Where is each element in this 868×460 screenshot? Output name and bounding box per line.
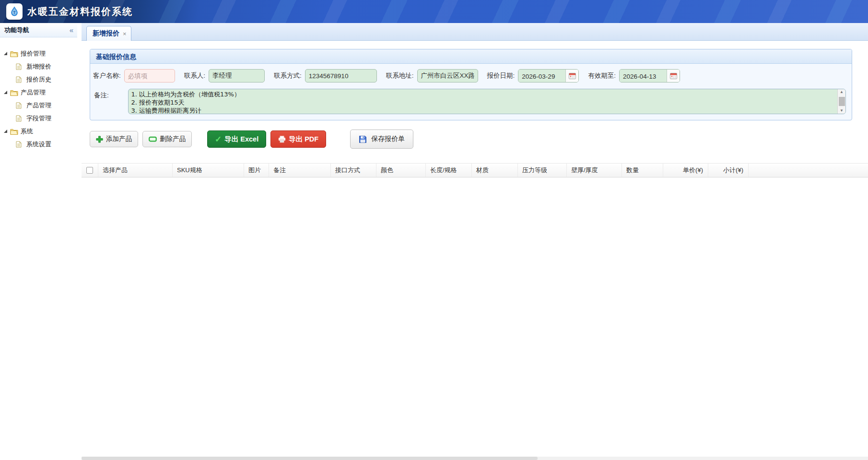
remarks-scrollbar[interactable]: ▲ ▼ xyxy=(837,89,845,114)
app-window: T 水暖五金材料报价系统 功能导航 « 报价管理 新增报价 xyxy=(0,0,868,460)
sidebar-item-label: 字段管理 xyxy=(26,114,51,123)
column-header-color[interactable]: 颜色 xyxy=(376,164,426,177)
save-icon xyxy=(359,135,367,143)
folder-icon xyxy=(10,128,19,135)
product-datagrid: 选择产品 SKU规格 图片 备注 接口方式 颜色 长度/规格 材质 压力等级 壁… xyxy=(82,163,868,427)
export-pdf-button[interactable]: 导出 PDF xyxy=(270,130,326,148)
folder-icon xyxy=(10,89,19,96)
contact-address-label: 联系地址: xyxy=(386,71,414,80)
check-icon: ✓ xyxy=(215,135,222,143)
column-header-remark[interactable]: 备注 xyxy=(269,164,331,177)
document-icon xyxy=(16,141,24,148)
quote-date-label: 报价日期: xyxy=(487,71,515,80)
sidebar-header: 功能导航 « xyxy=(0,23,77,37)
tab-bar: 新增报价 × xyxy=(82,23,868,41)
remarks-label: 备注: xyxy=(93,91,125,100)
column-header-pressure[interactable]: 压力等级 xyxy=(518,164,567,177)
sidebar-item-label: 系统 xyxy=(21,127,33,136)
panel-body: 客户名称: 联系人: 联系方式: xyxy=(90,64,852,120)
select-all-cell xyxy=(82,164,98,177)
valid-until-input[interactable] xyxy=(620,70,667,83)
delete-product-button[interactable]: 删除产品 xyxy=(142,131,192,147)
export-excel-button[interactable]: ✓ 导出 Excel xyxy=(207,130,266,148)
quote-date-calendar-button[interactable] xyxy=(565,70,578,82)
sidebar-item-product-admin[interactable]: 产品管理 xyxy=(0,99,77,112)
tab-close-icon[interactable]: × xyxy=(123,30,127,37)
sidebar-item-label: 产品管理 xyxy=(26,101,51,110)
document-icon xyxy=(16,76,24,83)
basic-quote-info-panel: 基础报价信息 客户名称: 联系人: xyxy=(90,49,852,120)
sidebar-item-label: 产品管理 xyxy=(21,88,46,97)
page-title: 水暖五金材料报价系统 xyxy=(27,5,133,18)
column-header-sku[interactable]: SKU规格 xyxy=(173,164,244,177)
horizontal-scrollbar-thumb[interactable] xyxy=(82,457,538,460)
column-header-length-spec[interactable]: 长度/规格 xyxy=(426,164,472,177)
sidebar-item-label: 报价历史 xyxy=(26,75,51,84)
scroll-up-icon[interactable]: ▲ xyxy=(840,90,844,94)
remarks-text[interactable]: 1. 以上价格均为含税价（增值税13%） 2. 报价有效期15天 3. 运输费用… xyxy=(129,89,837,114)
quote-date-input[interactable] xyxy=(518,70,565,83)
remarks-row: 备注: 1. 以上价格均为含税价（增值税13%） 2. 报价有效期15天 3. … xyxy=(93,89,846,114)
tab-new-quote[interactable]: 新增报价 × xyxy=(86,26,131,41)
nav-tree: 报价管理 新增报价 报价历史 产品管理 产品管理 xyxy=(0,37,77,151)
tree-expand-icon[interactable] xyxy=(4,91,9,94)
minus-icon xyxy=(149,136,157,142)
app-header: T 水暖五金材料报价系统 xyxy=(0,0,868,23)
folder-icon xyxy=(10,50,19,57)
tree-expand-icon[interactable] xyxy=(4,52,9,56)
sidebar-item-label: 新增报价 xyxy=(26,62,51,71)
content-area: 基础报价信息 客户名称: 联系人: xyxy=(82,41,868,460)
sidebar-item-label: 系统设置 xyxy=(26,140,51,149)
contact-person-input[interactable] xyxy=(209,69,265,83)
scrollbar-thumb[interactable] xyxy=(839,97,845,106)
column-header-quantity[interactable]: 数量 xyxy=(622,164,663,177)
app-logo: T xyxy=(6,3,23,20)
tab-label: 新增报价 xyxy=(93,29,119,38)
quote-date-picker xyxy=(518,69,579,83)
valid-until-calendar-button[interactable] xyxy=(667,70,680,82)
scroll-down-icon[interactable]: ▼ xyxy=(840,108,844,113)
column-header-material[interactable]: 材质 xyxy=(472,164,518,177)
column-header-subtotal[interactable]: 小计(¥) xyxy=(708,164,749,177)
valid-until-label: 有效期至: xyxy=(588,71,616,80)
column-header-interface[interactable]: 接口方式 xyxy=(331,164,376,177)
quote-fields-row: 客户名称: 联系人: 联系方式: xyxy=(93,69,846,83)
select-all-checkbox[interactable] xyxy=(86,167,93,174)
customer-name-input[interactable] xyxy=(124,69,175,83)
horizontal-scrollbar[interactable] xyxy=(82,457,868,460)
sidebar-item-quote-management[interactable]: 报价管理 xyxy=(0,47,77,60)
tree-expand-icon[interactable] xyxy=(4,130,9,133)
document-icon xyxy=(16,63,24,70)
sidebar-item-product-management[interactable]: 产品管理 xyxy=(0,86,77,99)
water-drop-logo-icon: T xyxy=(9,6,20,17)
save-quote-button[interactable]: 保存报价单 xyxy=(350,130,413,149)
main-area: 新增报价 × 基础报价信息 客户名称: 联系人: xyxy=(77,23,868,460)
sidebar-item-label: 报价管理 xyxy=(21,49,46,58)
svg-text:T: T xyxy=(13,10,16,15)
contact-address-input[interactable] xyxy=(417,69,478,83)
sidebar-item-quote-history[interactable]: 报价历史 xyxy=(0,73,77,86)
remarks-textarea[interactable]: 1. 以上价格均为含税价（增值税13%） 2. 报价有效期15天 3. 运输费用… xyxy=(128,89,846,114)
collapse-sidebar-icon[interactable]: « xyxy=(70,26,73,34)
column-header-thickness[interactable]: 壁厚/厚度 xyxy=(567,164,622,177)
panel-title: 基础报价信息 xyxy=(90,49,852,64)
add-product-button[interactable]: 添加产品 xyxy=(90,131,138,147)
datagrid-body xyxy=(82,177,868,427)
calendar-icon xyxy=(569,72,576,79)
contact-phone-label: 联系方式: xyxy=(274,71,302,80)
column-header-unit-price[interactable]: 单价(¥) xyxy=(663,164,708,177)
printer-icon xyxy=(278,136,286,143)
calendar-icon xyxy=(670,72,677,79)
column-header-image[interactable]: 图片 xyxy=(244,164,269,177)
sidebar-title: 功能导航 xyxy=(4,26,29,35)
sidebar: 功能导航 « 报价管理 新增报价 报价历史 xyxy=(0,23,78,460)
sidebar-item-system[interactable]: 系统 xyxy=(0,125,77,138)
contact-phone-input[interactable] xyxy=(305,69,377,83)
sidebar-item-field-management[interactable]: 字段管理 xyxy=(0,112,77,125)
sidebar-item-system-settings[interactable]: 系统设置 xyxy=(0,138,77,151)
contact-person-label: 联系人: xyxy=(184,71,205,80)
column-header-select-product[interactable]: 选择产品 xyxy=(98,164,173,177)
sidebar-item-new-quote[interactable]: 新增报价 xyxy=(0,60,77,73)
column-header-filler xyxy=(749,164,868,177)
customer-name-label: 客户名称: xyxy=(93,71,121,80)
